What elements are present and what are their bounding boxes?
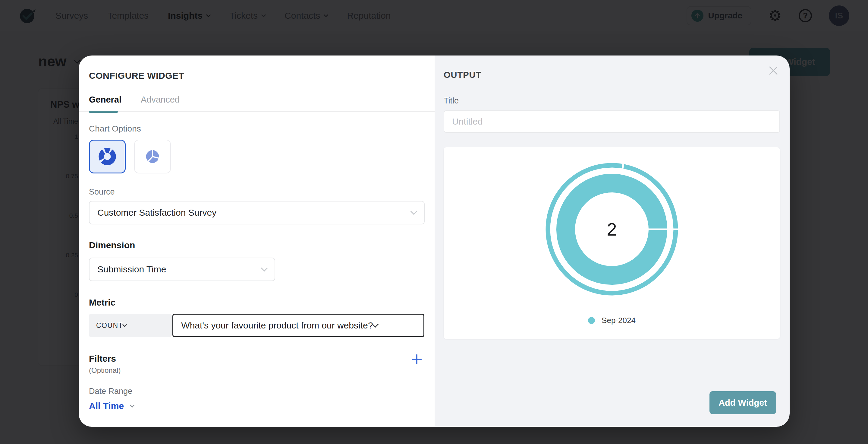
chevron-down-icon: [410, 208, 417, 215]
filters-labels: Filters (Optional): [89, 354, 121, 375]
donut-center-value: 2: [539, 157, 684, 302]
chart-type-donut-button[interactable]: [89, 140, 126, 173]
source-label: Source: [89, 187, 424, 197]
widget-title-label: Title: [444, 96, 780, 106]
chevron-down-icon: [372, 321, 379, 328]
pie-chart-icon: [143, 147, 162, 166]
output-panel: OUTPUT Title 2 Sep-2024 Add Widget: [435, 56, 789, 427]
output-heading: OUTPUT: [444, 70, 780, 80]
metric-aggregation-value: COUNT: [96, 322, 123, 330]
modal-title: CONFIGURE WIDGET: [89, 70, 424, 81]
dimension-label: Dimension: [89, 240, 424, 250]
source-select[interactable]: Customer Satisfaction Survey: [89, 201, 425, 225]
add-filter-button[interactable]: [411, 354, 423, 365]
filters-optional-label: (Optional): [89, 366, 121, 375]
chart-options-label: Chart Options: [89, 124, 424, 134]
tab-advanced[interactable]: Advanced: [141, 95, 180, 105]
filters-section: Filters (Optional): [89, 354, 424, 375]
date-range-select[interactable]: All Time: [89, 401, 424, 411]
chart-legend: Sep-2024: [444, 316, 780, 325]
widget-title-input[interactable]: [444, 110, 780, 133]
donut-chart: 2: [539, 157, 684, 302]
chevron-down-icon: [130, 403, 135, 408]
metric-label: Metric: [89, 297, 424, 308]
date-range-label: Date Range: [89, 387, 424, 396]
dimension-value: Submission Time: [97, 264, 166, 274]
legend-label: Sep-2024: [601, 316, 636, 325]
tab-general[interactable]: General: [89, 95, 121, 105]
chart-preview-card: 2 Sep-2024: [444, 147, 780, 339]
metric-question-select[interactable]: What's your favourite product from our w…: [173, 314, 424, 337]
source-value: Customer Satisfaction Survey: [97, 208, 216, 218]
filters-label: Filters: [89, 354, 121, 364]
donut-chart-icon: [98, 147, 117, 166]
legend-swatch: [588, 317, 595, 324]
chart-type-options: [89, 140, 424, 173]
metric-aggregation-select[interactable]: COUNT: [89, 314, 172, 337]
configure-widget-modal: CONFIGURE WIDGET General Advanced Chart …: [79, 56, 789, 427]
chevron-down-icon: [122, 322, 127, 327]
date-range-value: All Time: [89, 401, 124, 411]
active-tab-underline: [89, 111, 118, 113]
add-widget-button[interactable]: Add Widget: [710, 391, 776, 414]
close-icon[interactable]: [768, 65, 779, 76]
dimension-select[interactable]: Submission Time: [89, 258, 275, 281]
tab-divider: [79, 111, 435, 112]
configure-panel: CONFIGURE WIDGET General Advanced Chart …: [79, 56, 435, 427]
chevron-down-icon: [261, 265, 268, 272]
metric-row: COUNT What's your favourite product from…: [89, 314, 424, 337]
metric-question-value: What's your favourite product from our w…: [181, 320, 373, 331]
chart-type-pie-button[interactable]: [134, 140, 171, 173]
modal-tabs: General Advanced: [89, 95, 424, 105]
